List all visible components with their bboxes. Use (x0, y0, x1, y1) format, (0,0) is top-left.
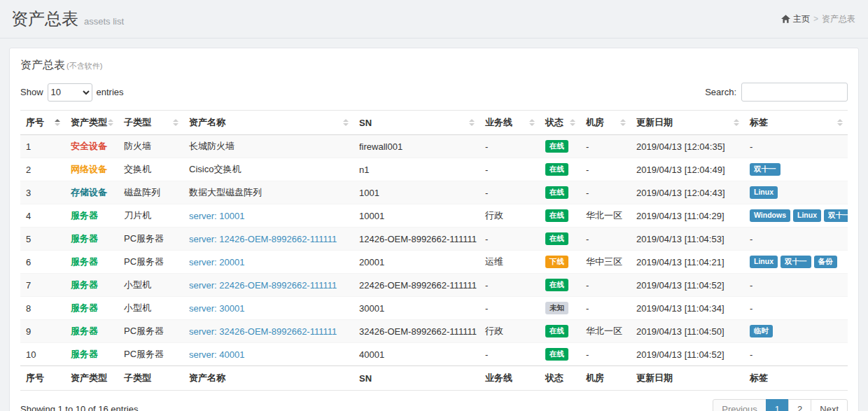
status-badge: 在线 (545, 140, 568, 152)
asset-name-link[interactable]: server: 10001 (189, 211, 245, 221)
cell-status: 在线 (540, 228, 580, 251)
breadcrumb-home-link[interactable]: 主页 (781, 13, 810, 25)
asset-name-link[interactable]: server: 32426-OEM-8992662-111111 (189, 326, 337, 337)
cell-status: 下线 (540, 251, 580, 274)
footer-header-status: 状态 (540, 366, 580, 391)
cell-room: - (580, 181, 631, 204)
cell-subtype: 刀片机 (118, 204, 183, 228)
sort-icon[interactable] (620, 119, 626, 126)
column-header-updated[interactable]: 更新日期 (631, 111, 744, 135)
column-header-business[interactable]: 业务线 (479, 111, 540, 135)
table-foot: 序号 资产类型 子类型 资产名称 SN 业务线 状态 机房 更新日期 标签 (20, 366, 848, 391)
status-badge: 在线 (545, 232, 568, 244)
cell-asset-name: server: 32426-OEM-8992662-111111 (183, 320, 354, 343)
pagination-page-2[interactable]: 2 (788, 399, 811, 411)
column-header-asset-name[interactable]: 资产名称 (183, 111, 354, 135)
tag-badge: 双十一 (780, 256, 811, 267)
sort-icon[interactable] (343, 119, 349, 126)
asset-name-link[interactable]: server: 40001 (189, 349, 245, 360)
cell-subtype: 小型机 (118, 297, 183, 320)
table-row: 10服务器PC服务器server: 4000140001-在线-2019/04/… (20, 343, 848, 366)
cell-business: - (479, 343, 540, 366)
cell-tags: 临时 (744, 320, 848, 343)
cell-room: - (580, 297, 631, 320)
asset-name-link[interactable]: server: 30001 (189, 303, 245, 314)
footer-header-sn: SN (354, 366, 479, 391)
entries-label: entries (97, 87, 124, 97)
asset-name-link[interactable]: server: 20001 (189, 257, 245, 267)
assets-panel: 资产总表 (不含软件) Show 10 entries Search: (9, 48, 859, 411)
column-header-subtype[interactable]: 子类型 (118, 111, 183, 135)
tag-badge: 双十一 (750, 163, 780, 175)
home-icon (781, 15, 790, 23)
sort-icon[interactable] (529, 119, 535, 126)
column-header-index[interactable]: 序号 (20, 111, 65, 135)
cell-updated: 2019/04/13 [12:04:35] (631, 135, 744, 158)
cell-updated: 2019/04/13 [12:04:49] (631, 158, 744, 181)
search-input[interactable] (741, 83, 848, 102)
cell-tags: WindowsLinux双十一 (744, 204, 848, 228)
column-header-status[interactable]: 状态 (540, 111, 580, 135)
cell-tags: Linux (744, 181, 848, 204)
tag-badge: 备份 (814, 256, 837, 267)
cell-tags: - (744, 135, 848, 158)
status-badge: 在线 (545, 325, 568, 337)
content-area: 资产总表 (不含软件) Show 10 entries Search: (0, 39, 868, 411)
sort-icon[interactable] (173, 119, 178, 126)
tag-badge: 临时 (750, 325, 773, 337)
cell-room: 华北一区 (580, 204, 631, 228)
cell-business: 运维 (479, 251, 540, 274)
cell-tags: Linux双十一备份 (744, 251, 848, 274)
sort-icon[interactable] (469, 119, 475, 126)
sort-icon[interactable] (570, 119, 575, 126)
cell-business: 行政 (479, 204, 540, 228)
cell-sn: 12426-OEM-8992662-111111 (354, 228, 479, 251)
cell-updated: 2019/04/13 [11:04:29] (631, 204, 744, 228)
cell-business: - (479, 158, 540, 181)
cell-business: - (479, 135, 540, 158)
asset-name-link[interactable]: server: 22426-OEM-8992662-111111 (189, 280, 337, 291)
table-row: 7服务器小型机server: 22426-OEM-8992662-1111112… (20, 274, 848, 297)
cell-business: - (479, 181, 540, 204)
cell-sn: 20001 (354, 251, 479, 274)
panel-subtitle: (不含软件) (66, 61, 102, 71)
table-row: 6服务器PC服务器server: 2000120001运维下线华中三区2019/… (20, 251, 848, 274)
sort-icon[interactable] (55, 119, 60, 126)
page-length-select[interactable]: 10 (48, 83, 92, 102)
cell-status: 在线 (540, 181, 580, 204)
footer-header-room: 机房 (580, 366, 631, 391)
pagination-next[interactable]: Next (811, 399, 848, 411)
column-header-sn[interactable]: SN (354, 111, 479, 135)
cell-status: 在线 (540, 158, 580, 181)
pagination-page-1[interactable]: 1 (766, 399, 789, 411)
cell-sn: firewall001 (354, 135, 479, 158)
cell-status: 在线 (540, 274, 580, 297)
sort-icon[interactable] (837, 119, 843, 126)
cell-index: 10 (20, 343, 65, 366)
column-header-asset-type[interactable]: 资产类型 (65, 111, 118, 135)
table-row: 3存储设备磁盘阵列数据大型磁盘阵列1001-在线-2019/04/13 [12:… (20, 181, 848, 204)
cell-status: 在线 (540, 204, 580, 228)
pagination-previous[interactable]: Previous (713, 399, 766, 411)
cell-index: 1 (20, 135, 65, 158)
table-row: 9服务器PC服务器server: 32426-OEM-8992662-11111… (20, 320, 848, 343)
cell-updated: 2019/04/13 [11:04:34] (631, 297, 744, 320)
cell-room: - (580, 228, 631, 251)
cell-asset-name: 长城防火墙 (183, 135, 354, 158)
table-row: 5服务器PC服务器server: 12426-OEM-8992662-11111… (20, 228, 848, 251)
sort-icon[interactable] (734, 119, 739, 126)
sort-icon[interactable] (108, 119, 113, 126)
table-row: 4服务器刀片机server: 1000110001行政在线华北一区2019/04… (20, 204, 848, 228)
footer-header-index: 序号 (20, 366, 65, 391)
column-header-room[interactable]: 机房 (580, 111, 631, 135)
tag-badge: Linux (750, 186, 778, 198)
panel-title: 资产总表 (20, 58, 65, 73)
cell-sn: 1001 (354, 181, 479, 204)
cell-updated: 2019/04/13 [12:04:43] (631, 181, 744, 204)
asset-name-link[interactable]: server: 12426-OEM-8992662-111111 (189, 234, 337, 244)
cell-asset-type: 服务器 (65, 228, 118, 251)
cell-index: 6 (20, 251, 65, 274)
cell-subtype: PC服务器 (118, 343, 183, 366)
cell-sn: 32426-OEM-8992662-111111 (354, 320, 479, 343)
column-header-tags[interactable]: 标签 (744, 111, 848, 135)
